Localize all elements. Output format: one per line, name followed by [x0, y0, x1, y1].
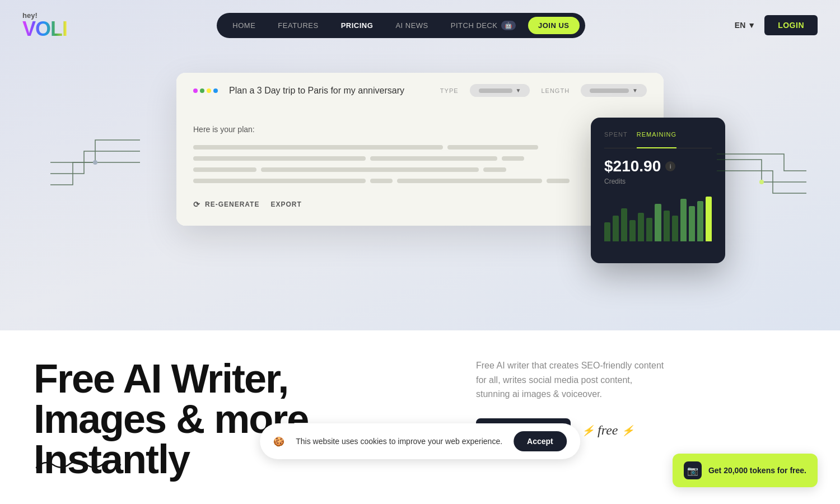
length-chevron: ▼	[632, 87, 638, 94]
line-bar	[447, 145, 538, 150]
length-select[interactable]: ▼	[581, 84, 647, 97]
chart-bar	[629, 220, 636, 241]
chevron-down-icon: ▼	[748, 21, 755, 30]
regenerate-icon: ⟳	[193, 200, 200, 209]
tokens-text: Get 20,000 tokens for free.	[708, 466, 806, 475]
card-actions: ⟳ RE-GENERATE EXPORT	[193, 200, 647, 209]
tokens-banner: 📷 Get 20,000 tokens for free.	[673, 454, 818, 487]
description-text: Free AI writer that creates SEO-friendly…	[476, 358, 666, 402]
login-button[interactable]: LOGIN	[764, 15, 818, 35]
camera-icon: 📷	[684, 461, 702, 479]
hero-title-line1: Free AI Writer,	[34, 356, 288, 401]
free-badge: ⚡ free ⚡	[582, 423, 633, 438]
line-bar	[193, 167, 256, 172]
type-label: TYPE	[440, 87, 459, 94]
line-bar	[370, 179, 393, 183]
export-button[interactable]: EXPORT	[270, 200, 301, 208]
chart-bar	[664, 211, 670, 241]
language-selector[interactable]: EN ▼	[735, 21, 755, 30]
length-label: LENGTH	[541, 87, 570, 94]
lightning-icon-right: ⚡	[622, 424, 634, 437]
navbar: hey! VOLI HOME FEATURES PRICING AI NEWS …	[0, 0, 840, 50]
regenerate-button[interactable]: ⟳ RE-GENERATE	[193, 200, 259, 209]
chart-bar	[672, 216, 678, 241]
hero-title-section: Free AI Writer, Images & more Instantly	[0, 330, 454, 504]
demo-card-header: Plan a 3 Day trip to Paris for my annive…	[176, 73, 664, 108]
line-bar	[193, 179, 366, 183]
plan-label: Here is your plan:	[193, 125, 647, 134]
dot-blue	[213, 88, 218, 93]
line-bar	[193, 156, 366, 161]
wave-decoration	[34, 454, 123, 473]
lightning-icon-left: ⚡	[582, 424, 594, 437]
content-line-4	[193, 179, 647, 183]
join-us-button[interactable]: JOIN US	[528, 17, 580, 34]
content-line-1	[193, 145, 647, 150]
chart-bar	[613, 216, 619, 241]
circuit-decoration-left	[50, 118, 174, 218]
nav-pitch-deck[interactable]: PITCH DECK 🤖	[441, 16, 526, 35]
dot-green	[200, 88, 204, 93]
logo-voli: VOLI	[22, 19, 67, 39]
chart-bar	[638, 213, 644, 241]
demo-controls: TYPE ▼ LENGTH ▼	[440, 84, 647, 97]
line-bar	[502, 156, 525, 161]
dot-yellow	[207, 88, 211, 93]
nav-pricing[interactable]: PRICING	[331, 17, 384, 34]
svg-point-0	[93, 160, 97, 165]
remaining-tab[interactable]: REMAINING	[637, 131, 676, 148]
chart-bar	[646, 218, 652, 241]
chart-bar	[655, 204, 661, 241]
nav-home[interactable]: HOME	[222, 17, 265, 34]
spent-tab[interactable]: SPENT	[604, 131, 628, 142]
content-lines	[193, 145, 647, 183]
cookie-icon: 🍪	[273, 436, 284, 447]
circuit-decoration-right	[683, 137, 806, 238]
content-line-3	[193, 167, 647, 172]
cookie-text: This website uses cookies to improve you…	[296, 437, 502, 446]
content-line-2	[193, 156, 647, 161]
type-select[interactable]: ▼	[470, 84, 530, 97]
line-bar	[547, 179, 570, 183]
nav-links: HOME FEATURES PRICING AI NEWS PITCH DECK…	[217, 13, 585, 38]
line-bar	[370, 156, 497, 161]
nav-features[interactable]: FEATURES	[268, 17, 328, 34]
accept-cookie-button[interactable]: Accept	[514, 431, 567, 451]
typing-dots	[193, 88, 218, 93]
nav-right: EN ▼ LOGIN	[735, 15, 818, 35]
nav-ai-news[interactable]: AI NEWS	[385, 17, 438, 34]
demo-ui-card: Plan a 3 Day trip to Paris for my annive…	[176, 73, 664, 226]
free-text: free	[598, 423, 618, 438]
line-bar	[193, 145, 443, 150]
pitch-badge: 🤖	[501, 21, 516, 30]
chart-bar	[604, 222, 610, 241]
logo[interactable]: hey! VOLI	[22, 12, 67, 39]
dot-purple	[193, 88, 198, 93]
prompt-text: Plan a 3 Day trip to Paris for my annive…	[229, 86, 429, 96]
line-bar	[483, 167, 506, 172]
cookie-banner: 🍪 This website uses cookies to improve y…	[260, 423, 580, 459]
line-bar	[261, 167, 479, 172]
svg-point-1	[759, 180, 764, 184]
chart-bar	[621, 208, 627, 241]
info-icon[interactable]: i	[665, 161, 675, 171]
type-chevron: ▼	[516, 87, 521, 94]
line-bar	[397, 179, 542, 183]
nav-center: HOME FEATURES PRICING AI NEWS PITCH DECK…	[67, 13, 735, 38]
